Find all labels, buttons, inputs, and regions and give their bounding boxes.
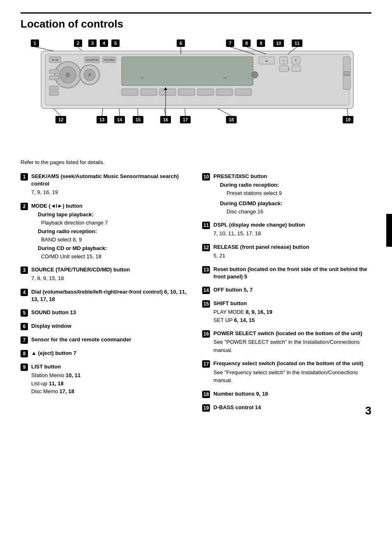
item-badge: 15 [202, 300, 210, 308]
svg-text:12: 12 [58, 117, 63, 122]
item-badge: 5 [21, 309, 28, 317]
item-content: OFF button 5, 7 [213, 286, 371, 294]
refer-text: Refer to the pages listed for details. [21, 159, 371, 165]
list-item: 6 Display window [21, 322, 190, 330]
svg-text:8: 8 [245, 41, 248, 46]
svg-text:–: – [282, 58, 285, 63]
list-item: 9 LIST button Station Memo 10, 11 List-u… [21, 363, 190, 396]
svg-text:17: 17 [183, 117, 188, 122]
svg-rect-58 [235, 89, 251, 95]
svg-text:19: 19 [346, 117, 350, 122]
svg-text:►I◄: ►I◄ [52, 58, 58, 61]
item-title: ▲ (eject) button 7 [31, 350, 190, 357]
item-pages: 7, 9, 16, 19 [31, 188, 190, 197]
item-title: Frequency select switch (located on the … [213, 360, 371, 367]
item-content: POWER SELECT switch (located on the bott… [213, 330, 371, 354]
item-content: D-BASS control 14 [213, 404, 371, 411]
svg-rect-54 [159, 89, 176, 95]
svg-text:←: ← [140, 74, 145, 81]
svg-text:14: 14 [117, 117, 122, 122]
item-badge: 12 [202, 244, 210, 251]
item-sub: PLAY MODE 8, 9, 16, 19 SET UP 6, 14, 15 [213, 308, 371, 324]
item-sub: Station Memo 10, 11 List-up 11, 18 Disc … [31, 371, 190, 396]
svg-rect-50 [279, 66, 288, 72]
svg-rect-61 [344, 72, 350, 76]
item-title: OFF button 5, 7 [213, 286, 371, 294]
item-badge: 2 [21, 203, 28, 210]
item-sub: During radio reception: BAND select 8, 9 [31, 227, 190, 243]
list-item: 19 D-BASS control 14 [202, 404, 371, 412]
svg-line-86 [119, 109, 120, 116]
item-content: SEEK/AMS (seek/Automatic Music Sensor/ma… [31, 173, 190, 197]
item-sub: See "POWER SELECT switch" in the Install… [213, 338, 371, 354]
item-title: POWER SELECT switch (located on the bott… [213, 330, 371, 337]
svg-rect-30 [49, 76, 58, 80]
item-sub: During CD or MD playback: CD/MD Unit sel… [31, 244, 190, 260]
item-title: D-BASS control 14 [213, 404, 371, 411]
item-title: SOURCE (TAPE/TUNER/CD/MD) button [31, 266, 190, 273]
item-content: MODE (◄I►) button During tape playback: … [31, 202, 190, 260]
item-badge: 18 [202, 391, 210, 398]
item-badge: 8 [21, 350, 28, 357]
item-content: RELEASE (front panel release) button 5, … [213, 243, 371, 260]
item-title: SOUND button 13 [31, 309, 190, 316]
svg-line-87 [138, 109, 138, 116]
item-content: Number buttons 9, 18 [213, 390, 371, 398]
svg-line-89 [185, 109, 185, 116]
list-item: 7 Sensor for the card remote commander [21, 336, 190, 344]
svg-rect-40 [122, 57, 253, 86]
item-title: Display window [31, 322, 190, 330]
svg-text:13: 13 [99, 117, 104, 122]
svg-line-91 [347, 109, 348, 116]
item-title: RELEASE (front panel release) button [213, 243, 371, 251]
list-item: 3 SOURCE (TAPE/TUNER/CD/MD) button 7, 8,… [21, 266, 190, 283]
page-container: Location of controls 1 2 3 4 5 6 [0, 0, 392, 430]
svg-rect-29 [49, 70, 58, 74]
item-title: Reset button (located on the front side … [213, 266, 371, 280]
item-content: SOURCE (TAPE/TUNER/CD/MD) button 7, 8, 9… [31, 266, 190, 283]
list-item: 5 SOUND button 13 [21, 309, 190, 317]
svg-text:SOUND: SOUND [104, 58, 114, 61]
svg-text:15: 15 [136, 117, 141, 122]
svg-line-63 [78, 47, 82, 51]
side-tab [386, 214, 392, 247]
item-pages: 5, 21 [213, 252, 371, 260]
svg-text:6: 6 [180, 41, 182, 46]
list-item: 14 OFF button 5, 7 [202, 286, 371, 294]
item-title: MODE (◄I►) button [31, 202, 190, 210]
item-badge: 4 [21, 289, 28, 296]
svg-point-28 [65, 72, 70, 77]
svg-line-62 [35, 47, 53, 51]
item-badge: 17 [202, 360, 210, 368]
item-content: DSPL (display mode change) button 7, 10,… [213, 221, 371, 238]
list-item: 8 ▲ (eject) button 7 [21, 350, 190, 357]
item-sub: During tape playback: Playback direction… [31, 211, 190, 227]
item-content: SOUND button 13 [31, 309, 190, 316]
svg-text:11: 11 [295, 41, 300, 46]
item-badge: 14 [202, 287, 210, 294]
list-item: 15 SHIFT button PLAY MODE 8, 9, 16, 19 S… [202, 300, 371, 324]
item-sub: See "Frequency select switch" in the Ins… [213, 368, 371, 385]
item-title: Sensor for the card remote commander [31, 336, 190, 343]
list-item: 1 SEEK/AMS (seek/Automatic Music Sensor/… [21, 173, 190, 197]
list-item: 13 Reset button (located on the front si… [202, 266, 371, 280]
page-title: Location of controls [21, 12, 371, 30]
list-item: 17 Frequency select switch (located on t… [202, 360, 371, 384]
svg-rect-31 [49, 86, 58, 90]
item-content: Dial (volume/bass/treble/left-right/rear… [31, 288, 190, 303]
svg-rect-32 [49, 91, 58, 95]
item-badge: 11 [202, 222, 210, 229]
svg-text:16: 16 [163, 117, 168, 122]
page-number: 3 [365, 404, 371, 417]
svg-rect-53 [141, 89, 157, 95]
item-badge: 16 [202, 330, 210, 338]
svg-point-35 [88, 73, 91, 76]
item-title: LIST button [31, 363, 190, 371]
item-sub: During CD/MD playback: Disc change 16 [213, 199, 371, 215]
svg-text:9: 9 [260, 41, 262, 46]
item-content: Display window [31, 322, 190, 330]
item-content: ▲ (eject) button 7 [31, 350, 190, 357]
right-column: 10 PRESET/DISC button During radio recep… [202, 173, 371, 417]
list-item: 12 RELEASE (front panel release) button … [202, 243, 371, 260]
svg-point-59 [251, 72, 258, 78]
